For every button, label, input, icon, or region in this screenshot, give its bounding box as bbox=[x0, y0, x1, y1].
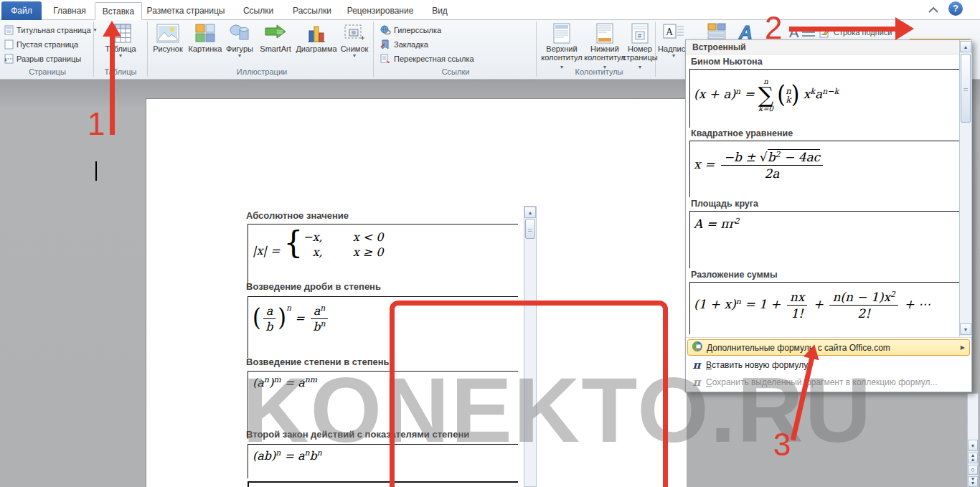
annotation-arrow-2-shaft bbox=[789, 27, 897, 32]
title-page-button[interactable]: Титульная страница▾ bbox=[4, 24, 97, 37]
binom-label: Бином Ньютона bbox=[691, 57, 763, 67]
abs-value-label: Абсолютное значение bbox=[246, 210, 349, 221]
chart-icon bbox=[306, 22, 326, 44]
picture-icon bbox=[156, 22, 179, 44]
next-page-button[interactable]: ▼▼ bbox=[968, 476, 978, 487]
svg-text:A: A bbox=[738, 22, 753, 42]
clipart-label: Картинка bbox=[189, 44, 222, 53]
help-button[interactable]: ? bbox=[948, 1, 963, 16]
textbox-icon: A bbox=[663, 22, 684, 44]
header-button[interactable]: Верхний колонтитул ▾ bbox=[541, 22, 583, 70]
group-separator bbox=[147, 22, 148, 77]
more-equations-menu-item[interactable]: Дополнительные формулы с сайта Office.co… bbox=[687, 339, 970, 356]
clipart-icon bbox=[195, 22, 215, 44]
page-number-label-1: Номер bbox=[628, 44, 652, 53]
links-group-label: Ссылки bbox=[430, 67, 481, 76]
text-cursor bbox=[95, 161, 97, 181]
annotation-step-3: 3 bbox=[773, 427, 791, 463]
annotation-step-2: 2 bbox=[765, 10, 782, 46]
word-window: Файл Главная Вставка Разметка страницы С… bbox=[0, 0, 980, 487]
page-gallery-scroll-thumb[interactable] bbox=[525, 219, 535, 239]
sum-expansion-equation-item[interactable]: (1 + x)n = 1 + nx1! + n(n − 1)x22! + ⋯ bbox=[689, 282, 961, 334]
header-icon bbox=[553, 22, 570, 44]
annotation-arrow-1-shaft bbox=[110, 36, 115, 135]
page-number-button[interactable]: # Номер страницы ▾ bbox=[626, 22, 654, 70]
quadratic-equation-item[interactable]: x = −b ± √b2 − 4ac2a bbox=[689, 141, 961, 197]
screenshot-icon bbox=[344, 22, 365, 44]
shapes-icon bbox=[229, 22, 250, 44]
group-separator bbox=[373, 22, 374, 77]
tab-mailings[interactable]: Рассылки bbox=[286, 2, 339, 20]
tab-insert[interactable]: Вставка bbox=[95, 2, 142, 20]
smartart-icon bbox=[264, 22, 287, 44]
footer-icon bbox=[596, 22, 613, 44]
picture-button[interactable]: Рисунок bbox=[149, 22, 187, 53]
abs-value-equation-cell[interactable]: |x| = { −x,x < 0 x,x ≥ 0 bbox=[248, 224, 518, 288]
smartart-button[interactable]: SmartArt bbox=[255, 22, 296, 53]
title-page-label: Титульная страница bbox=[17, 26, 91, 34]
header-label-1: Верхний bbox=[546, 44, 577, 53]
smartart-label: SmartArt bbox=[260, 44, 291, 53]
gallery-scroll-down[interactable]: ▼ bbox=[960, 323, 971, 335]
page-gallery-scroll-up[interactable]: ▲ bbox=[524, 207, 536, 218]
gallery-scrollbar[interactable]: ▲ ▼ bbox=[959, 40, 972, 336]
tab-references[interactable]: Ссылки bbox=[232, 2, 284, 20]
title-page-icon bbox=[4, 25, 14, 35]
group-separator bbox=[536, 22, 537, 77]
crossref-button[interactable]: Перекрестная ссылка bbox=[380, 52, 474, 65]
tables-group-label: Таблицы bbox=[96, 67, 145, 76]
annotation-arrow-1-head bbox=[103, 21, 121, 37]
screenshot-button[interactable]: Снимок ▾ bbox=[337, 22, 372, 59]
illustrations-group-label: Иллюстрации bbox=[230, 67, 294, 76]
circle-area-equation-item[interactable]: A = πr2 bbox=[689, 211, 961, 268]
shapes-button[interactable]: Фигуры ▾ bbox=[224, 22, 255, 59]
quadratic-label: Квадратное уравнение bbox=[691, 128, 793, 138]
hyperlink-button[interactable]: Гиперссылка bbox=[380, 24, 441, 37]
bookmark-icon bbox=[380, 39, 391, 49]
footer-label-1: Нижний bbox=[590, 44, 619, 53]
blank-page-button[interactable]: Пустая страница bbox=[4, 38, 78, 51]
next-cell-left-border bbox=[248, 481, 249, 487]
gallery-scroll-up[interactable]: ▲ bbox=[960, 41, 971, 52]
picture-label: Рисунок bbox=[153, 44, 183, 53]
bookmark-label: Закладка bbox=[394, 40, 428, 49]
equation-gallery-dropdown: Встроенный Бином Ньютона (x + a)n =n∑k=0… bbox=[685, 39, 972, 392]
minimize-ribbon-icon[interactable] bbox=[928, 4, 939, 17]
page-gallery-top-border bbox=[242, 80, 536, 80]
tab-view[interactable]: Вид bbox=[423, 2, 456, 20]
gallery-section-header: Встроенный bbox=[686, 40, 958, 55]
sum-expansion-label: Разложение суммы bbox=[691, 270, 778, 280]
gallery-scroll-thumb[interactable] bbox=[961, 54, 971, 123]
select-browse-object-button[interactable]: ○ bbox=[968, 465, 978, 475]
tab-review[interactable]: Рецензирование bbox=[343, 2, 418, 20]
crossref-label: Перекрестная ссылка bbox=[394, 55, 474, 63]
circle-area-label: Площадь круга bbox=[691, 199, 758, 209]
header-footer-group-label: Колонтитулы bbox=[567, 67, 631, 76]
crossref-icon bbox=[380, 54, 391, 64]
annotation-highlight-rectangle bbox=[390, 301, 668, 487]
clipart-button[interactable]: Картинка bbox=[187, 22, 224, 53]
blank-page-label: Пустая страница bbox=[17, 40, 78, 49]
svg-text:A: A bbox=[666, 27, 674, 37]
hyperlink-label: Гиперссылка bbox=[394, 26, 441, 34]
binom-equation-item[interactable]: (x + a)n =n∑k=0(nk) xkan−k bbox=[689, 69, 961, 128]
blank-page-icon bbox=[4, 39, 14, 49]
tab-home[interactable]: Главная bbox=[44, 2, 95, 20]
page-break-label: Разрыв страницы bbox=[17, 55, 81, 63]
pages-group-label: Страницы bbox=[13, 67, 82, 76]
annotation-step-1: 1 bbox=[88, 106, 105, 142]
tab-file[interactable]: Файл bbox=[1, 1, 42, 20]
page-break-button[interactable]: Разрыв страницы bbox=[4, 52, 81, 65]
bookmark-button[interactable]: Закладка bbox=[380, 38, 428, 51]
office-com-icon bbox=[688, 341, 707, 354]
footer-button[interactable]: Нижний колонтитул ▾ bbox=[584, 22, 626, 70]
frac-power-label: Возведение дроби в степень bbox=[246, 281, 381, 292]
menu-separator bbox=[686, 337, 971, 338]
chart-button[interactable]: Диаграмма bbox=[296, 22, 337, 53]
page-number-icon: # bbox=[631, 22, 649, 44]
ribbon-tab-bar: Файл Главная Вставка Разметка страницы С… bbox=[0, 0, 980, 20]
annotation-arrow-2-head bbox=[895, 17, 914, 40]
tab-layout[interactable]: Разметка страницы bbox=[143, 2, 228, 20]
submenu-arrow-icon: ▶ bbox=[961, 344, 965, 351]
hyperlink-icon bbox=[380, 25, 391, 35]
